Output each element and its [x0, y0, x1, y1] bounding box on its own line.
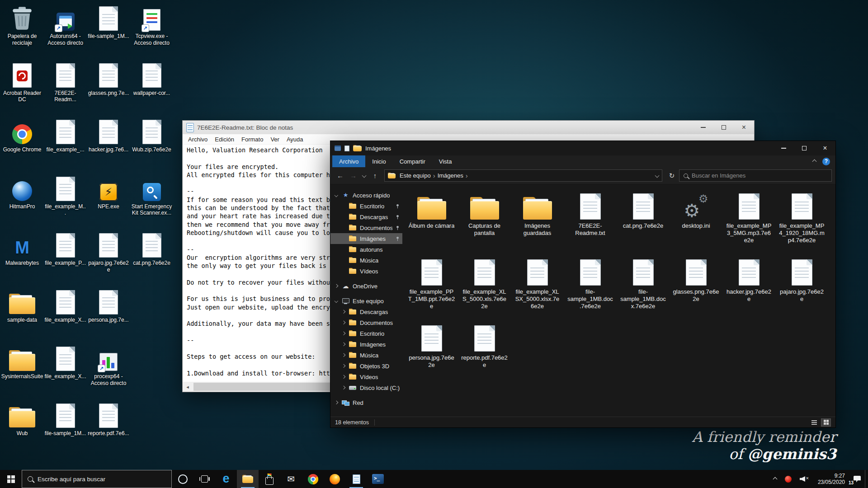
- desktop-icon-wub[interactable]: Wub: [1, 403, 43, 437]
- sidebar-item-acceso-rapido[interactable]: ★Acceso rápido: [330, 190, 402, 201]
- desktop-icon-hitmanpro[interactable]: HitmanPro: [1, 176, 43, 210]
- desktop-icon-sample-data[interactable]: sample-data: [1, 289, 43, 324]
- notification-center-button[interactable]: 13: [849, 470, 865, 488]
- file-hacker-jpg-7e6e2e[interactable]: hacker.jpg.7e6e2e: [722, 254, 775, 320]
- taskbar-chrome-button[interactable]: [302, 470, 324, 488]
- sidebar-item-escritorio[interactable]: Escritorio: [330, 201, 402, 211]
- desktop-icon-file-sample-1m[interactable]: file-sample_1M...: [87, 5, 130, 40]
- antivirus-tray-button[interactable]: [781, 470, 796, 488]
- desktop-icon-malwarebytes[interactable]: MMalwarebytes: [1, 232, 43, 267]
- notepad-menu-ayuda[interactable]: Ayuda: [283, 136, 307, 143]
- taskbar-powershell-button[interactable]: >_: [367, 470, 389, 488]
- sidebar-item-escritorio[interactable]: Escritorio: [330, 328, 402, 339]
- taskbar-store-button[interactable]: [259, 470, 280, 488]
- ribbon-tab-inicio[interactable]: Inicio: [365, 155, 392, 167]
- sidebar-item-videos[interactable]: Vídeos: [330, 266, 402, 277]
- sidebar-item-este-equipo[interactable]: Este equipo: [330, 296, 402, 306]
- hidden-icons-button[interactable]: [769, 470, 781, 488]
- file-cat-png-7e6e2e[interactable]: cat.png.7e6e2e: [617, 188, 670, 254]
- desktop-icon-file-sample-1m[interactable]: file-sample_1M...: [44, 403, 87, 437]
- sidebar-item-documentos[interactable]: Documentos: [330, 222, 402, 233]
- file-imagenes-guardadas[interactable]: Imágenes guardadas: [511, 188, 564, 254]
- taskbar-firefox-button[interactable]: [324, 470, 345, 488]
- desktop-icon-file-example-m[interactable]: file_example_M...: [44, 176, 87, 216]
- ribbon-collapse-icon[interactable]: [812, 159, 817, 164]
- file-file-example-mp4-1920-18mg-mp4-7e6e2e[interactable]: file_example_MP4_1920_18MG.mp4.7e6e2e: [775, 188, 828, 254]
- file-glasses-png-7e6e2e[interactable]: glasses.png.7e6e2e: [670, 254, 722, 320]
- sidebar-item-musica[interactable]: Música: [330, 350, 402, 361]
- file-file-sample-1mb-doc-7e6e2e[interactable]: file-sample_1MB.doc.7e6e2e: [564, 254, 617, 320]
- file-file-sample-1mb-docx-7e6e2e[interactable]: file-sample_1MB.docx.7e6e2e: [617, 254, 670, 320]
- taskbar-search[interactable]: [22, 470, 172, 488]
- sidebar-item-imagenes[interactable]: Imágenes: [330, 339, 402, 350]
- taskbar-cortana-button[interactable]: [172, 470, 193, 488]
- sidebar-item-autoruns[interactable]: autoruns: [330, 244, 402, 255]
- clock[interactable]: 9:27 23/05/2020: [813, 473, 849, 485]
- desktop-icon-glasses-png-7e[interactable]: glasses.png.7e...: [87, 62, 130, 97]
- notepad-titlebar[interactable]: 7E6E2E-Readme.txt: Bloc de notas ×: [183, 121, 754, 134]
- icons-view-button[interactable]: [821, 418, 831, 427]
- refresh-button[interactable]: ↻: [665, 170, 678, 182]
- desktop-icon-reporte-pdf-7e6[interactable]: reporte.pdf.7e6...: [87, 403, 130, 437]
- sidebar-item-musica[interactable]: Música: [330, 255, 402, 266]
- chevron-right-icon[interactable]: [341, 321, 346, 324]
- taskbar-mail-button[interactable]: ✉: [280, 470, 302, 488]
- desktop-icon-wallpaper-cor[interactable]: wallpaper-cor...: [131, 62, 173, 97]
- volume-button[interactable]: ×: [796, 470, 813, 488]
- file-reporte-pdf-7e6e2e[interactable]: reporte.pdf.7e6e2e: [458, 320, 511, 386]
- notepad-menu-edicion[interactable]: Edición: [211, 136, 238, 143]
- chevron-right-icon[interactable]: [334, 285, 339, 287]
- chevron-down-icon[interactable]: [334, 300, 339, 302]
- ribbon-tab-archivo[interactable]: Archivo: [332, 155, 365, 167]
- sidebar-item-disco-local-c[interactable]: Disco local (C:): [330, 382, 402, 393]
- ribbon-tab-compartir[interactable]: Compartir: [393, 155, 432, 167]
- sidebar-item-documentos[interactable]: Documentos: [330, 317, 402, 328]
- notepad-menu-formato[interactable]: Formato: [238, 136, 267, 143]
- chevron-right-icon[interactable]: [341, 375, 346, 378]
- taskbar-file-explorer-button[interactable]: [237, 470, 259, 488]
- taskbar-notepad-button[interactable]: [345, 470, 367, 488]
- desktop-icon-papelera-de-reciclaje[interactable]: Papelera de reciclaje: [1, 5, 43, 46]
- notepad-menu-ver[interactable]: Ver: [267, 136, 283, 143]
- desktop-icon-persona-jpg-7e[interactable]: persona.jpg.7e...: [87, 289, 130, 324]
- notepad-close-button[interactable]: ×: [734, 121, 754, 134]
- desktop-icon-pajaro-jpg-7e6e2e[interactable]: pajaro.jpg.7e6e2e: [87, 232, 130, 273]
- desktop-icon-autoruns64-acceso-directo[interactable]: ↗Autoruns64 - Acceso directo: [44, 5, 87, 46]
- sidebar-item-descargas[interactable]: Descargas: [330, 306, 402, 317]
- desktop-icon-file-example-p[interactable]: file_example_P...: [44, 232, 87, 267]
- address-dropdown-icon[interactable]: [656, 174, 659, 177]
- file-persona-jpg-7e6e2e[interactable]: persona.jpg.7e6e2e: [405, 320, 458, 386]
- breadcrumb-imagenes[interactable]: Imágenes: [437, 172, 464, 179]
- explorer-maximize-button[interactable]: [794, 141, 815, 155]
- scroll-left-button[interactable]: ◂: [183, 384, 193, 390]
- sidebar-item-red[interactable]: Red: [330, 397, 402, 408]
- sidebar-item-videos[interactable]: Vídeos: [330, 371, 402, 382]
- desktop-icon-procexp64-acceso-directo[interactable]: ↗procexp64 - Acceso directo: [87, 346, 130, 386]
- desktop-icon-wub-zip-7e6e2e[interactable]: Wub.zip.7e6e2e: [131, 119, 173, 153]
- file-file-example-mp3-5mg-mp3-7e6e2e[interactable]: file_example_MP3_5MG.mp3.7e6e2e: [722, 188, 775, 254]
- explorer-titlebar[interactable]: Imágenes ×: [330, 141, 835, 155]
- address-bar[interactable]: Este equipo›Imágenes›: [384, 169, 662, 182]
- file-7e6e2e-readme-txt[interactable]: 7E6E2E-Readme.txt: [564, 188, 617, 254]
- desktop-icon-google-chrome[interactable]: Google Chrome: [1, 119, 43, 153]
- file-file-example-xlsx-5000-xlsx-7e6e2e[interactable]: file_example_XLSX_5000.xlsx.7e6e2e: [511, 254, 564, 320]
- file-capturas-de-pantalla[interactable]: Capturas de pantalla: [458, 188, 511, 254]
- sidebar-item-imagenes[interactable]: Imágenes: [330, 233, 402, 244]
- taskbar-edge-button[interactable]: e: [215, 470, 237, 488]
- desktop-icon-file-example-x[interactable]: file_example_X...: [44, 289, 87, 324]
- start-button[interactable]: [0, 470, 22, 488]
- chevron-right-icon[interactable]: [341, 332, 346, 335]
- desktop-icon-tcpview-exe-acceso-directo[interactable]: ↗Tcpview.exe - Acceso directo: [131, 5, 173, 46]
- desktop-icon-file-example[interactable]: file_example_...: [44, 119, 87, 153]
- file-album-de-camara[interactable]: Álbum de cámara: [405, 188, 458, 254]
- breadcrumb-este-equipo[interactable]: Este equipo: [399, 172, 432, 179]
- up-button[interactable]: ↑: [369, 170, 381, 182]
- desktop-icon-hacker-jpg-7e6[interactable]: hacker.jpg.7e6...: [87, 119, 130, 153]
- taskbar-task-view-button[interactable]: [193, 470, 215, 488]
- desktop-icon-npe-exe[interactable]: ⚡NPE.exe: [87, 176, 130, 210]
- chevron-right-icon[interactable]: [334, 401, 339, 404]
- quick-access-toolbar-icon[interactable]: [335, 145, 341, 151]
- notepad-minimize-button[interactable]: [693, 121, 713, 134]
- details-view-button[interactable]: [809, 418, 819, 427]
- desktop-icon-cat-png-7e6e2e[interactable]: cat.png.7e6e2e: [131, 232, 173, 267]
